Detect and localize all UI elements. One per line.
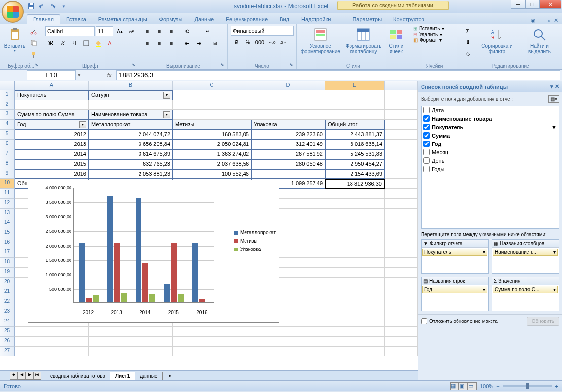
tab-insert[interactable]: Вставка bbox=[60, 15, 92, 24]
cell[interactable] bbox=[385, 199, 418, 209]
help-icon[interactable]: ◉ bbox=[531, 17, 536, 24]
cell[interactable]: 280 050,48 bbox=[251, 159, 325, 169]
field-checkbox[interactable] bbox=[423, 166, 430, 172]
cell[interactable]: 160 583,05 bbox=[173, 130, 251, 140]
tab-review[interactable]: Рецензирование bbox=[220, 15, 274, 24]
cell[interactable]: Год▼ bbox=[15, 120, 89, 130]
cell[interactable] bbox=[325, 317, 385, 327]
row-header[interactable]: 12 bbox=[0, 199, 15, 209]
cell[interactable] bbox=[15, 337, 89, 347]
sheet-tab-2[interactable]: данные bbox=[135, 372, 163, 380]
normal-view-icon[interactable]: ▦ bbox=[450, 382, 459, 390]
cell[interactable] bbox=[385, 140, 418, 149]
zoom-out-icon[interactable]: − bbox=[496, 383, 499, 389]
col-header-d[interactable]: D bbox=[251, 81, 325, 90]
selected-cell[interactable]: 18 812 936,30 bbox=[325, 179, 385, 189]
field-checkbox[interactable] bbox=[423, 115, 430, 122]
field-checkbox[interactable] bbox=[423, 132, 430, 139]
row-header[interactable]: 11 bbox=[0, 189, 15, 199]
cell[interactable]: Сатурн▼ bbox=[89, 90, 173, 100]
field-item[interactable]: Наименование товара bbox=[422, 114, 559, 123]
cell[interactable] bbox=[251, 169, 325, 179]
field-checkbox[interactable] bbox=[423, 157, 430, 164]
cell[interactable] bbox=[385, 228, 418, 238]
wrap-text-icon[interactable]: ↩ bbox=[197, 26, 218, 36]
decrease-decimal-icon[interactable]: ,0→ bbox=[278, 37, 289, 48]
number-format-select[interactable] bbox=[231, 26, 294, 36]
row-header[interactable]: 21 bbox=[0, 287, 15, 297]
cell[interactable] bbox=[173, 100, 251, 110]
row-header[interactable]: 16 bbox=[0, 238, 15, 248]
cell[interactable] bbox=[385, 218, 418, 228]
row-header[interactable]: 2 bbox=[0, 100, 15, 110]
row-header[interactable]: 26 bbox=[0, 337, 15, 347]
cell[interactable] bbox=[385, 149, 418, 159]
defer-checkbox[interactable]: Отложить обновление макета bbox=[421, 318, 498, 324]
cell[interactable] bbox=[385, 297, 418, 307]
tab-layout[interactable]: Разметка страницы bbox=[92, 15, 153, 24]
cell[interactable]: 2012 bbox=[15, 130, 89, 140]
cell[interactable] bbox=[325, 199, 385, 209]
cell[interactable] bbox=[385, 327, 418, 337]
cell[interactable]: 2013 bbox=[15, 140, 89, 149]
cell[interactable]: 2 050 024,81 bbox=[173, 140, 251, 149]
cell[interactable] bbox=[173, 90, 251, 100]
col-header-a[interactable]: A bbox=[15, 81, 89, 90]
cell[interactable] bbox=[385, 307, 418, 317]
cell[interactable] bbox=[15, 347, 89, 356]
cell[interactable] bbox=[385, 268, 418, 278]
cell[interactable]: 2 037 638,56 bbox=[173, 159, 251, 169]
cell[interactable] bbox=[385, 110, 418, 120]
field-checkbox[interactable] bbox=[423, 149, 430, 155]
office-button[interactable] bbox=[2, 1, 24, 23]
drop-zone-values[interactable]: ΣЗначения Сумма по полю С...▾ bbox=[492, 277, 559, 311]
cell[interactable]: 2 044 074,72 bbox=[89, 130, 173, 140]
cell[interactable] bbox=[385, 238, 418, 248]
percent-icon[interactable]: % bbox=[243, 37, 253, 48]
field-checkbox[interactable] bbox=[423, 124, 430, 130]
cell[interactable] bbox=[385, 347, 418, 356]
increase-indent-icon[interactable]: ⇥ bbox=[193, 38, 204, 49]
cell[interactable] bbox=[325, 248, 385, 258]
cell[interactable] bbox=[385, 209, 418, 218]
cell[interactable] bbox=[385, 159, 418, 169]
fx-icon[interactable]: fx bbox=[105, 72, 114, 78]
update-button[interactable]: Обновить bbox=[527, 317, 559, 326]
close-doc-icon[interactable]: ✕ bbox=[554, 17, 558, 24]
field-item[interactable]: Дата bbox=[422, 106, 559, 114]
row-header[interactable]: 25 bbox=[0, 327, 15, 337]
bold-icon[interactable]: Ж bbox=[45, 38, 56, 49]
maximize-button[interactable]: □ bbox=[525, 0, 540, 9]
font-color-icon[interactable]: A bbox=[105, 38, 115, 49]
close-button[interactable]: ✕ bbox=[539, 0, 561, 9]
align-left-icon[interactable]: ≡ bbox=[142, 38, 153, 49]
cell[interactable] bbox=[251, 327, 325, 337]
row-header[interactable]: 20 bbox=[0, 278, 15, 287]
row-header[interactable]: 3 bbox=[0, 110, 15, 120]
cell[interactable] bbox=[325, 327, 385, 337]
row-header[interactable]: 10 bbox=[0, 179, 15, 189]
cell[interactable] bbox=[89, 327, 173, 337]
cell[interactable] bbox=[385, 278, 418, 287]
align-bottom-icon[interactable]: ≡ bbox=[166, 26, 176, 36]
cell[interactable] bbox=[385, 130, 418, 140]
cell[interactable] bbox=[325, 238, 385, 248]
field-checkbox[interactable] bbox=[423, 107, 430, 113]
cell[interactable] bbox=[385, 100, 418, 110]
pivot-panel-close-icon[interactable]: ✕ bbox=[555, 83, 559, 89]
cell[interactable] bbox=[173, 337, 251, 347]
zoom-in-icon[interactable]: + bbox=[555, 383, 558, 389]
cell[interactable] bbox=[325, 228, 385, 238]
font-name-select[interactable] bbox=[45, 26, 95, 36]
cell[interactable]: 3 614 675,89 bbox=[89, 149, 173, 159]
cell[interactable] bbox=[325, 218, 385, 228]
align-right-icon[interactable]: ≡ bbox=[166, 38, 176, 49]
cell[interactable] bbox=[325, 209, 385, 218]
cell[interactable] bbox=[385, 90, 418, 100]
cell[interactable] bbox=[385, 287, 418, 297]
filter-item[interactable]: Покупатель▾ bbox=[422, 249, 487, 256]
align-top-icon[interactable]: ≡ bbox=[142, 26, 153, 36]
align-center-icon[interactable]: ≡ bbox=[154, 38, 165, 49]
orientation-icon[interactable]: ⟲ bbox=[181, 26, 192, 36]
field-item[interactable]: Покупатель ▼ bbox=[422, 123, 559, 131]
